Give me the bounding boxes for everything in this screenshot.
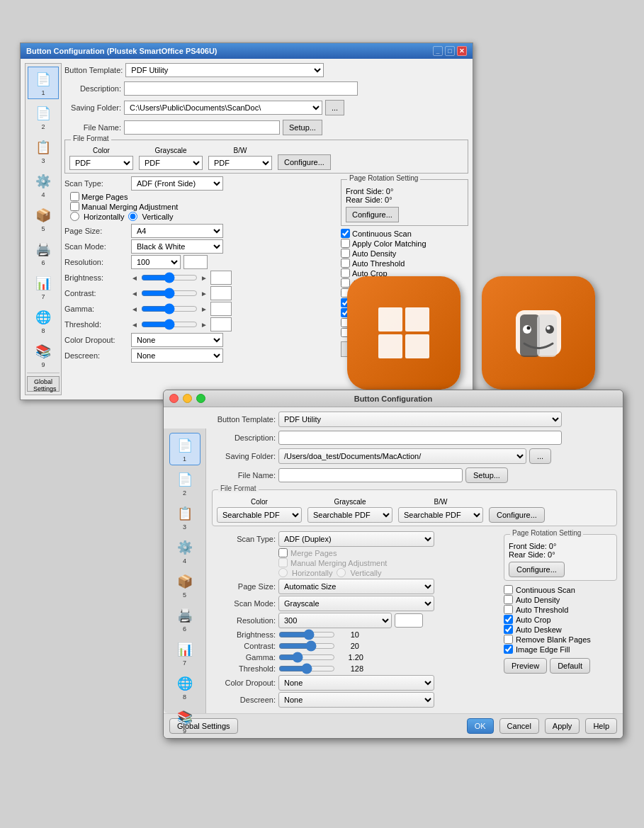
page-size-select[interactable]: A4 <box>131 224 223 238</box>
win2-vertically-radio[interactable] <box>337 568 346 577</box>
horizontally-radio[interactable] <box>70 212 79 221</box>
win2-merge-pages-checkbox[interactable] <box>278 548 288 557</box>
contrast-right-arrow[interactable]: ► <box>200 290 208 297</box>
mac-close-button[interactable] <box>169 394 179 403</box>
scan-type-select[interactable]: ADF (Front Side) <box>131 176 223 191</box>
color-dropout-select[interactable]: None <box>131 333 223 347</box>
win2-scan-type-select[interactable]: ADF (Duplex) <box>278 531 434 547</box>
resolution-input[interactable]: 100 <box>183 255 208 269</box>
win2-manual-merging-checkbox[interactable] <box>278 558 288 567</box>
sidebar-item-8[interactable]: 🌐 8 <box>28 305 59 337</box>
win2-color-format-select[interactable]: Searchable PDF <box>217 507 302 523</box>
win2-descreen-select[interactable]: None <box>278 692 434 708</box>
descreen-select[interactable]: None <box>131 348 223 363</box>
description-input[interactable]: Convert images of text documents created… <box>124 81 358 96</box>
win2-sidebar-item-4[interactable]: ⚙️ 4 <box>169 535 200 567</box>
resolution-select[interactable]: 100 <box>131 255 181 269</box>
win2-sidebar-item-8[interactable]: 🌐 8 <box>169 671 200 703</box>
win2-configure-rotation-button[interactable]: Configure... <box>509 562 565 577</box>
win2-file-name-input[interactable]: 2017-09-14-16-24-42-xx <box>278 468 463 482</box>
win2-remove-blank-pages-checkbox[interactable] <box>504 635 513 644</box>
sidebar-item-9[interactable]: 📚 9 <box>28 339 59 371</box>
sidebar-item-5[interactable]: 📦 5 <box>28 203 59 235</box>
threshold-slider[interactable] <box>141 319 198 329</box>
win2-auto-deskew-checkbox[interactable] <box>504 625 513 634</box>
button-template-select[interactable]: PDF Utility <box>125 63 324 77</box>
setup-button[interactable]: Setup... <box>283 120 322 135</box>
win2-auto-threshold-checkbox[interactable] <box>504 605 513 614</box>
brightness-left-arrow[interactable]: ◄ <box>131 274 138 282</box>
threshold-value[interactable]: 128 <box>210 317 232 331</box>
win1-minimize-button[interactable]: _ <box>433 46 443 56</box>
win2-setup-button[interactable]: Setup... <box>465 467 508 483</box>
win2-sidebar-item-7[interactable]: 📊 7 <box>169 637 200 669</box>
sidebar-item-6[interactable]: 🖨️ 6 <box>28 237 59 269</box>
win1-global-settings-button[interactable]: Global Settings <box>27 376 60 392</box>
threshold-left-arrow[interactable]: ◄ <box>131 321 138 329</box>
win1-close-button[interactable]: ✕ <box>457 46 467 56</box>
win2-browse-button[interactable]: ... <box>529 448 551 464</box>
brightness-value[interactable]: 0 <box>210 271 232 285</box>
win2-brightness-slider[interactable] <box>278 630 335 640</box>
saving-folder-select[interactable]: C:\Users\Public\Documents\ScanDoc\ <box>124 101 322 115</box>
gamma-value[interactable]: 1.00 <box>210 302 232 316</box>
auto-density-checkbox[interactable] <box>341 249 350 258</box>
win2-image-edge-fill-checkbox[interactable] <box>504 645 513 654</box>
bw-format-select[interactable]: PDF <box>208 156 272 170</box>
color-format-select[interactable]: PDF <box>69 156 133 170</box>
win2-bw-format-select[interactable]: Searchable PDF <box>398 507 483 523</box>
win2-ok-button[interactable]: OK <box>467 718 494 734</box>
sidebar-item-2[interactable]: 📄 2 <box>28 101 59 133</box>
scan-mode-select[interactable]: Black & White <box>131 239 223 254</box>
contrast-slider[interactable] <box>141 288 198 298</box>
win2-default-button[interactable]: Default <box>550 658 590 674</box>
mac-minimize-button[interactable] <box>183 394 192 403</box>
contrast-value[interactable]: 0 <box>210 286 232 300</box>
win2-help-button[interactable]: Help <box>585 718 617 734</box>
win2-auto-crop-checkbox[interactable] <box>504 615 513 624</box>
win2-saving-folder-select[interactable]: /Users/doa_test/Documents/MacAction/ <box>278 448 526 464</box>
win2-contrast-slider[interactable] <box>278 641 335 651</box>
sidebar-item-1[interactable]: 📄 1 <box>28 67 59 99</box>
continuous-scan-checkbox[interactable] <box>341 229 350 238</box>
auto-crop-checkbox[interactable] <box>341 268 350 278</box>
win2-gamma-slider[interactable] <box>278 652 335 662</box>
merge-pages-checkbox[interactable] <box>70 192 79 201</box>
win2-cancel-button[interactable]: Cancel <box>499 718 539 734</box>
win2-sidebar-item-1[interactable]: 📄 1 <box>169 433 200 465</box>
win2-auto-density-checkbox[interactable] <box>504 595 513 604</box>
grayscale-format-select[interactable]: PDF <box>139 156 203 170</box>
configure-rotation-button[interactable]: Configure... <box>346 207 399 222</box>
gamma-slider[interactable] <box>141 304 198 314</box>
win1-maximize-button[interactable]: □ <box>445 46 455 56</box>
brightness-right-arrow[interactable]: ► <box>200 274 208 282</box>
sidebar-item-3[interactable]: 📋 3 <box>28 135 59 167</box>
file-name-input[interactable]: 2012-03-13-14-34-08-xx <box>124 120 280 135</box>
win2-sidebar-item-6[interactable]: 🖨️ 6 <box>169 603 200 635</box>
auto-threshold-checkbox[interactable] <box>341 259 350 268</box>
win2-resolution-select[interactable]: 300 <box>278 613 392 628</box>
sidebar-item-7[interactable]: 📊 7 <box>28 271 59 303</box>
win2-continuous-scan-checkbox[interactable] <box>504 585 513 594</box>
win2-configure-format-button[interactable]: Configure... <box>489 507 545 523</box>
win2-threshold-slider[interactable] <box>278 664 335 674</box>
mac-maximize-button[interactable] <box>196 394 205 403</box>
win2-scan-mode-select[interactable]: Grayscale <box>278 596 434 611</box>
threshold-right-arrow[interactable]: ► <box>200 321 208 329</box>
win2-page-size-select[interactable]: Automatic Size <box>278 579 434 594</box>
vertically-radio[interactable] <box>128 212 137 221</box>
sidebar-item-4[interactable]: ⚙️ 4 <box>28 169 59 201</box>
win2-grayscale-format-select[interactable]: Searchable PDF <box>307 507 392 523</box>
win2-preview-button[interactable]: Preview <box>504 658 547 674</box>
contrast-left-arrow[interactable]: ◄ <box>131 290 138 297</box>
apply-color-matching-checkbox[interactable] <box>341 239 350 248</box>
win2-sidebar-item-3[interactable]: 📋 3 <box>169 501 200 533</box>
win2-apply-button[interactable]: Apply <box>545 718 580 734</box>
browse-button[interactable]: ... <box>325 100 344 115</box>
win2-sidebar-item-5[interactable]: 📦 5 <box>169 569 200 601</box>
gamma-right-arrow[interactable]: ► <box>200 305 208 313</box>
win2-description-input[interactable]: Scan and save images to your storage dev… <box>278 431 562 445</box>
win2-sidebar-item-9[interactable]: 📚 9 <box>169 705 200 737</box>
brightness-slider[interactable] <box>141 273 198 283</box>
win2-horizontally-radio[interactable] <box>278 568 288 577</box>
